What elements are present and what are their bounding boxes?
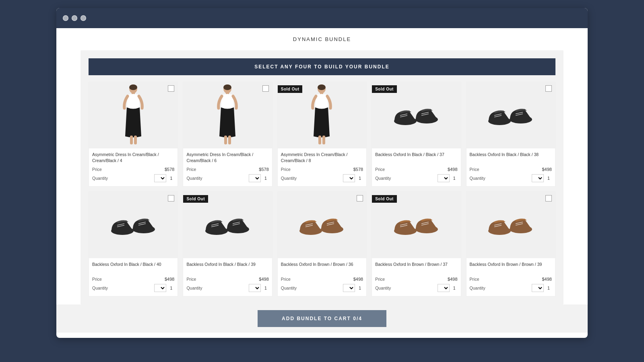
product-price-row: Price $498 [375,167,457,172]
product-card-inner [466,192,555,258]
quantity-control: 123 1 [249,284,269,292]
product-info: Backless Oxford In Brown / Brown / 37 Pr… [372,258,460,296]
page-content: DYNAMIC BUNDLE SELECT ANY FOUR TO BUILD … [56,28,588,333]
quantity-select[interactable]: 123 [343,174,355,182]
product-price: $578 [259,167,268,172]
product-checkbox-visual[interactable] [262,85,269,92]
quantity-label: Quantity [186,286,202,290]
quantity-row: Quantity 123 1 [281,174,363,185]
product-card: Backless Oxford In Brown / Brown / 36 Pr… [277,191,367,296]
product-card: Sold Out Backless Oxford In Black / Blac… [372,82,461,187]
product-price: $498 [448,167,457,172]
price-label: Price [186,167,196,172]
quantity-select[interactable]: 123 [343,284,355,292]
svg-rect-3 [130,136,133,144]
quantity-control: 123 1 [532,284,552,292]
add-bundle-button[interactable]: ADD BUNDLE TO CART 0/4 [258,310,386,327]
quantity-row: Quantity 123 1 [470,174,552,185]
product-price-row: Price $498 [92,277,174,282]
quantity-row: Quantity 123 1 [92,284,174,294]
quantity-select[interactable]: 123 [154,174,166,182]
product-card-inner: Sold Out [278,82,366,148]
product-info: Asymmetric Dress In Cream/Black / Cream/… [89,148,178,186]
browser-bar [56,8,588,28]
product-price-row: Price $578 [92,167,174,172]
product-checkbox-visual[interactable] [168,85,174,92]
product-card: Backless Oxford In Brown / Brown / 39 Pr… [466,191,555,296]
svg-rect-8 [224,136,227,144]
quantity-select[interactable]: 123 [532,284,544,292]
product-card: Asymmetric Dress In Cream/Black / Cream/… [89,82,178,187]
product-card-inner [89,192,178,258]
product-price-row: Price $498 [470,167,552,172]
product-card-inner [466,82,555,148]
svg-rect-14 [322,136,325,144]
price-label: Price [375,277,385,282]
price-label: Price [375,167,385,172]
quantity-select[interactable]: 123 [532,174,544,182]
quantity-value: 1 [451,286,458,290]
product-price: $498 [542,277,552,282]
quantity-label: Quantity [281,176,297,181]
browser-window: DYNAMIC BUNDLE SELECT ANY FOUR TO BUILD … [56,8,588,338]
quantity-value: 1 [168,286,174,290]
svg-point-1 [129,84,137,90]
product-card: Backless Oxford In Black / Black / 38 Pr… [466,82,555,187]
quantity-value: 1 [545,286,552,290]
product-card-inner [278,192,366,258]
product-card-inner [183,82,272,148]
quantity-row: Quantity 123 1 [375,174,457,185]
quantity-value: 1 [357,286,363,290]
quantity-select[interactable]: 123 [249,284,261,292]
product-checkbox-visual[interactable] [168,195,174,202]
product-name: Backless Oxford In Black / Black / 37 [375,152,457,165]
product-info: Backless Oxford In Brown / Brown / 36 Pr… [278,258,366,296]
quantity-select[interactable]: 123 [438,284,450,292]
product-price: $498 [448,277,457,282]
quantity-control: 123 1 [249,174,269,182]
product-checkbox-visual[interactable] [357,195,363,202]
product-name: Asymmetric Dress In Cream/Black / Cream/… [92,152,174,165]
quantity-control: 123 1 [532,174,552,182]
product-image [183,82,272,148]
product-image [89,82,178,148]
price-label: Price [92,277,102,282]
bundle-header: SELECT ANY FOUR TO BUILD YOUR BUNDLE [89,58,555,75]
product-info: Backless Oxford In Black / Black / 39 Pr… [183,258,272,296]
products-grid: Asymmetric Dress In Cream/Black / Cream/… [89,82,555,296]
quantity-control: 123 1 [154,284,174,292]
product-info: Backless Oxford In Black / Black / 38 Pr… [466,148,555,186]
product-name: Backless Oxford In Brown / Brown / 39 [470,261,552,274]
product-checkbox-visual[interactable] [545,85,552,92]
product-name: Backless Oxford In Black / Black / 40 [92,261,174,274]
product-image [89,192,178,258]
browser-dot-3 [80,15,86,21]
quantity-row: Quantity 123 1 [470,284,552,294]
product-price: $498 [542,167,552,172]
page-title: DYNAMIC BUNDLE [56,36,588,42]
quantity-row: Quantity 123 1 [281,284,363,294]
product-card-inner: Sold Out [183,192,272,258]
quantity-select[interactable]: 123 [438,174,450,182]
quantity-label: Quantity [92,176,108,181]
price-label: Price [186,277,196,282]
product-card: Sold Out Backless Oxford In Brown / Brow… [372,191,461,296]
product-image [466,192,555,258]
browser-dot-2 [72,15,77,21]
product-price-row: Price $498 [375,277,457,282]
quantity-label: Quantity [375,286,391,290]
quantity-select[interactable]: 123 [249,174,261,182]
product-card: Backless Oxford In Black / Black / 40 Pr… [89,191,178,296]
quantity-value: 1 [451,176,458,181]
quantity-select[interactable]: 123 [154,284,166,292]
product-name: Backless Oxford In Black / Black / 39 [186,261,268,274]
quantity-row: Quantity 123 1 [186,284,268,294]
quantity-control: 123 1 [154,174,174,182]
product-price-row: Price $578 [281,167,363,172]
product-checkbox-visual[interactable] [545,195,552,202]
price-label: Price [281,277,291,282]
browser-dot-1 [63,15,68,21]
product-card-inner: Sold Out [372,82,460,148]
product-price-row: Price $498 [186,277,268,282]
product-price: $498 [165,277,174,282]
